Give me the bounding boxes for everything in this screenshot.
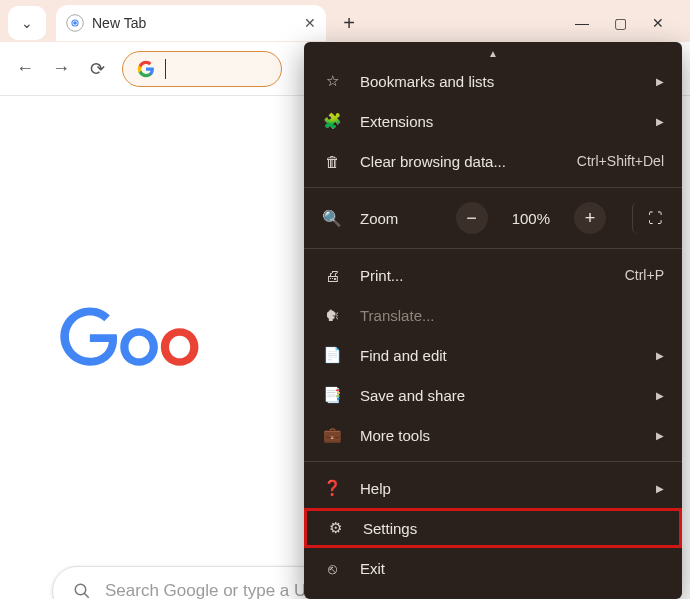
profile-chip[interactable]: ⌄	[8, 6, 46, 40]
menu-separator	[304, 187, 682, 188]
translate-icon: 🗣	[322, 305, 342, 325]
zoom-in-button[interactable]: +	[574, 202, 606, 234]
menu-label: Extensions	[360, 113, 638, 130]
save-icon: 📑	[322, 385, 342, 405]
reload-button[interactable]: ⟳	[86, 58, 108, 80]
tab-strip: ⌄ New Tab ✕ + — ▢ ✕	[0, 0, 690, 42]
menu-item-extensions[interactable]: 🧩 Extensions ▶	[304, 101, 682, 141]
forward-button[interactable]: →	[50, 58, 72, 80]
star-icon: ☆	[322, 71, 342, 91]
menu-label: Bookmarks and lists	[360, 73, 638, 90]
chrome-icon	[66, 14, 84, 32]
chevron-right-icon: ▶	[656, 350, 664, 361]
back-button[interactable]: ←	[14, 58, 36, 80]
search-placeholder: Search Google or type a URL	[105, 581, 328, 599]
print-icon: 🖨	[322, 265, 342, 285]
menu-label: More tools	[360, 427, 638, 444]
menu-item-find[interactable]: 📄 Find and edit ▶	[304, 335, 682, 375]
menu-label: Zoom	[360, 210, 438, 227]
menu-item-settings[interactable]: ⚙ Settings	[304, 508, 682, 548]
search-icon	[73, 582, 91, 599]
menu-item-translate: 🗣 Translate...	[304, 295, 682, 335]
trash-icon: 🗑	[322, 151, 342, 171]
menu-label: Clear browsing data...	[360, 153, 559, 170]
menu-shortcut: Ctrl+Shift+Del	[577, 153, 664, 169]
menu-label: Find and edit	[360, 347, 638, 364]
menu-label: Print...	[360, 267, 607, 284]
chevron-right-icon: ▶	[656, 76, 664, 87]
close-icon[interactable]: ✕	[304, 15, 316, 31]
omnibox[interactable]	[122, 51, 282, 87]
svg-point-3	[73, 21, 77, 25]
chrome-menu: ▲ ☆ Bookmarks and lists ▶ 🧩 Extensions ▶…	[304, 42, 682, 599]
menu-shortcut: Ctrl+P	[625, 267, 664, 283]
minimize-button[interactable]: —	[572, 13, 592, 33]
maximize-button[interactable]: ▢	[610, 13, 630, 33]
menu-item-more-tools[interactable]: 💼 More tools ▶	[304, 415, 682, 455]
close-window-button[interactable]: ✕	[648, 13, 668, 33]
menu-separator	[304, 461, 682, 462]
tab-title: New Tab	[92, 15, 146, 31]
scroll-up-icon[interactable]: ▲	[304, 42, 682, 61]
window-controls: — ▢ ✕	[572, 13, 682, 33]
menu-item-help[interactable]: ❓ Help ▶	[304, 468, 682, 508]
extension-icon: 🧩	[322, 111, 342, 131]
text-cursor	[165, 59, 166, 79]
chevron-right-icon: ▶	[656, 390, 664, 401]
menu-item-exit[interactable]: ⎋ Exit	[304, 548, 682, 588]
fullscreen-button[interactable]: ⛶	[632, 202, 664, 234]
chevron-right-icon: ▶	[656, 116, 664, 127]
svg-line-5	[84, 593, 89, 598]
menu-label: Translate...	[360, 307, 664, 324]
menu-item-bookmarks[interactable]: ☆ Bookmarks and lists ▶	[304, 61, 682, 101]
new-tab-button[interactable]: +	[334, 8, 364, 38]
gear-icon: ⚙	[325, 518, 345, 538]
help-icon: ❓	[322, 478, 342, 498]
menu-label: Save and share	[360, 387, 638, 404]
zoom-icon: 🔍	[322, 208, 342, 228]
menu-item-save-share[interactable]: 📑 Save and share ▶	[304, 375, 682, 415]
menu-label: Help	[360, 480, 638, 497]
google-logo	[60, 306, 290, 390]
menu-item-print[interactable]: 🖨 Print... Ctrl+P	[304, 255, 682, 295]
briefcase-icon: 💼	[322, 425, 342, 445]
menu-item-clear-data[interactable]: 🗑 Clear browsing data... Ctrl+Shift+Del	[304, 141, 682, 181]
chevron-right-icon: ▶	[656, 430, 664, 441]
exit-icon: ⎋	[322, 558, 342, 578]
browser-tab[interactable]: New Tab ✕	[56, 5, 326, 41]
menu-label: Settings	[363, 520, 661, 537]
menu-label: Exit	[360, 560, 664, 577]
menu-separator	[304, 248, 682, 249]
google-g-icon	[137, 60, 155, 78]
chevron-right-icon: ▶	[656, 483, 664, 494]
zoom-out-button[interactable]: −	[456, 202, 488, 234]
svg-point-4	[75, 584, 86, 595]
zoom-value: 100%	[512, 210, 550, 227]
find-icon: 📄	[322, 345, 342, 365]
menu-item-zoom: 🔍 Zoom − 100% + ⛶	[304, 194, 682, 242]
chevron-down-icon: ⌄	[21, 15, 33, 31]
